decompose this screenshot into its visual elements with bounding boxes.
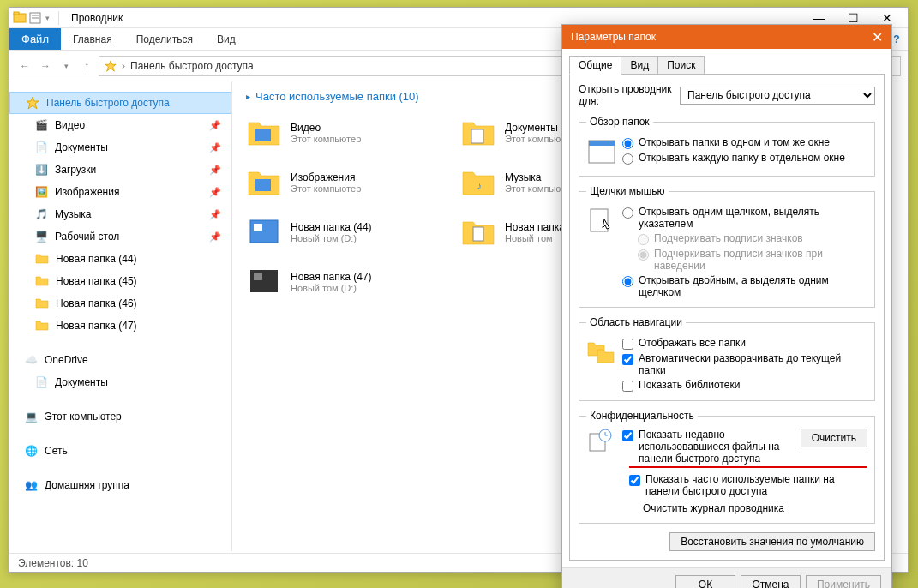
sidebar-item[interactable]: ⬇️Загрузки📌 [9,159,231,181]
desktop-icon: 🖥️ [35,231,48,243]
download-icon: ⬇️ [35,164,48,176]
folder-item[interactable]: ВидеоЭтот компьютер [246,111,443,154]
browse-folders-group: Обзор папок Открывать папки в одном и то… [579,116,875,177]
dialog-buttons: ОК Отмена Применить [562,567,891,588]
svg-rect-9 [255,179,271,191]
forward-button[interactable]: → [37,57,54,75]
radio-underline-always: Подчеркивать подписи значков [622,232,867,245]
check-recent-files[interactable]: Показать недавно использовавшиеся файлы … [622,429,794,465]
annotation-underline [629,466,867,468]
sidebar-thispc[interactable]: 💻Этот компьютер [9,405,231,428]
dialog-title: Параметры папок [571,31,656,43]
sidebar-item[interactable]: Новая папка (45) [9,270,231,292]
star-icon [26,96,39,110]
network-icon: 🌐 [25,445,38,457]
tab-general[interactable]: Общие [569,56,621,75]
navpane-group: Область навигации Отображать все папки А… [579,316,875,401]
radio-underline-hover: Подчеркивать подписи значков при наведен… [622,248,867,272]
folder-icon [461,215,495,249]
up-button[interactable]: ↑ [78,57,95,75]
pc-icon: 💻 [25,411,38,423]
restore-defaults-button[interactable]: Восстановить значения по умолчанию [669,532,875,551]
pictures-icon: 🖼️ [35,186,48,198]
pin-icon: 📌 [209,142,221,153]
sidebar-item[interactable]: Новая папка (44) [9,248,231,270]
tab-file[interactable]: Файл [9,28,61,50]
clear-button[interactable]: Очистить [801,429,867,447]
svg-rect-7 [255,129,271,141]
sidebar-item[interactable]: 🎬Видео📌 [9,114,231,136]
folder-item[interactable]: Новая папка (47)Новый том (D:) [246,261,443,303]
sidebar-homegroup[interactable]: 👥Домашняя группа [9,474,231,496]
pin-icon: 📌 [209,187,221,198]
check-frequent-folders[interactable]: Показать часто используемые папки на пан… [586,473,867,497]
sidebar-onedrive[interactable]: ☁️OneDrive [9,349,231,371]
svg-rect-17 [589,141,615,146]
sidebar-item[interactable]: Новая папка (46) [9,292,231,315]
svg-rect-1 [14,12,19,15]
folder-icon [35,297,49,310]
folder-item[interactable]: ИзображенияЭтот компьютер [246,161,443,204]
back-button[interactable]: ← [16,57,33,75]
recent-locations-icon[interactable]: ▾ [57,57,75,75]
properties-icon[interactable] [28,11,42,25]
dialog-tabs: Общие Вид Поиск [562,49,891,75]
ok-button[interactable]: ОК [675,575,735,588]
radio-single-click[interactable]: Открывать одним щелчком, выделять указат… [622,206,867,230]
music-icon: 🎵 [35,208,48,220]
star-icon [105,60,117,72]
status-text: Элементов: 10 [18,557,88,569]
radio-same-window[interactable]: Открывать папки в одном и том же окне [622,136,867,149]
svg-rect-14 [250,270,278,292]
sidebar-item[interactable]: 🖥️Рабочий стол📌 [9,225,231,248]
sidebar-item[interactable]: 📄Документы [9,371,231,393]
sidebar-network[interactable]: 🌐Сеть [9,440,231,462]
close-icon[interactable]: ✕ [872,29,883,45]
pin-icon: 📌 [209,231,221,243]
sidebar-item[interactable]: Новая папка (47) [9,315,231,337]
cancel-button[interactable]: Отмена [741,575,801,588]
radio-double-click[interactable]: Открывать двойным, а выделять одним щелч… [622,274,867,298]
tab-view[interactable]: Вид [621,56,658,75]
apply-button[interactable]: Применить [806,575,881,588]
folder-options-dialog: Параметры папок ✕ Общие Вид Поиск Открыт… [561,24,892,588]
folder-icon: ♪ [461,165,495,200]
folder-thumbnail-icon [247,265,281,299]
svg-rect-8 [471,129,483,143]
sidebar-item[interactable]: 🎵Музыка📌 [9,203,231,225]
sidebar-item[interactable]: 🖼️Изображения📌 [9,181,231,203]
folder-icon [247,116,281,150]
doc-icon: 📄 [35,141,48,153]
sidebar-item[interactable]: 📄Документы📌 [9,136,231,159]
clear-history-label: Очистить журнал проводника [586,497,867,516]
svg-marker-6 [27,97,39,109]
svg-rect-12 [254,224,262,231]
dialog-titlebar: Параметры папок ✕ [562,25,891,49]
radio-new-window[interactable]: Открывать каждую папку в отдельном окне [622,152,867,165]
check-libs[interactable]: Показать библиотеки [622,379,867,392]
doc-icon: 📄 [35,376,48,388]
folder-icon [461,116,495,150]
folder-icon [35,252,49,266]
svg-rect-15 [254,273,262,280]
open-explorer-select[interactable]: Панель быстрого доступа [680,87,875,105]
cursor-icon [586,206,617,237]
pin-icon: 📌 [209,120,221,131]
check-expand[interactable]: Автоматически разворачивать до текущей п… [622,352,867,376]
tab-share[interactable]: Поделиться [124,28,205,50]
folder-icon [247,165,281,200]
folder-item[interactable]: Новая папка (44)Новый том (D:) [246,211,443,254]
window-icon [586,136,617,167]
tab-home[interactable]: Главная [61,28,124,50]
folder-icon [35,319,49,333]
tab-view[interactable]: Вид [205,28,248,50]
tab-search[interactable]: Поиск [657,56,705,75]
svg-text:♪: ♪ [477,180,482,192]
check-show-all[interactable]: Отображать все папки [622,337,867,350]
sidebar-quick-access[interactable]: Панель быстрого доступа [9,92,231,114]
recent-icon [586,429,615,457]
homegroup-icon: 👥 [25,479,38,491]
sidebar: Панель быстрого доступа 🎬Видео📌 📄Докумен… [9,81,232,551]
privacy-group: Конфиденциальность Показать недавно испо… [579,410,875,524]
folders-icon [586,337,617,368]
